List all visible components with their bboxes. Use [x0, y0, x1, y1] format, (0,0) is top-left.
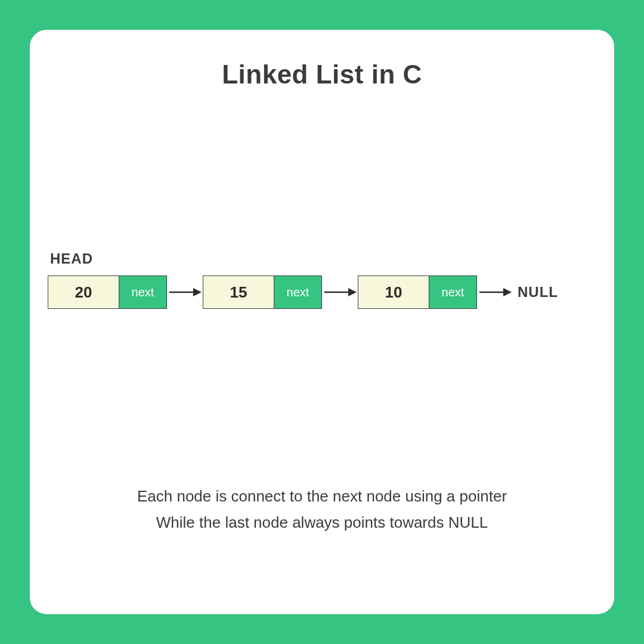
- node-2: 10 next: [358, 275, 477, 309]
- arrow-icon: [477, 275, 513, 309]
- node-0-value: 20: [48, 275, 119, 309]
- diagram-caption: Each node is connect to the next node us…: [30, 483, 614, 535]
- arrow-icon: [322, 275, 358, 309]
- null-label: NULL: [518, 284, 558, 301]
- caption-line-2: While the last node always points toward…: [54, 509, 590, 535]
- node-2-next-label: next: [429, 275, 477, 309]
- linked-list-diagram: HEAD 20 next 15 next: [48, 250, 596, 334]
- node-1: 15 next: [203, 275, 322, 309]
- list-row: 20 next 15 next 10 n: [48, 275, 596, 309]
- caption-line-1: Each node is connect to the next node us…: [54, 483, 590, 509]
- svg-marker-5: [503, 288, 512, 296]
- svg-marker-3: [348, 288, 357, 296]
- diagram-card: Linked List in C HEAD 20 next 15 next: [30, 30, 614, 614]
- diagram-title: Linked List in C: [48, 60, 596, 89]
- node-2-value: 10: [358, 275, 429, 309]
- arrow-icon: [167, 275, 203, 309]
- node-0: 20 next: [48, 275, 167, 309]
- node-0-next-label: next: [119, 275, 167, 309]
- svg-marker-1: [193, 288, 202, 296]
- node-1-next-label: next: [274, 275, 322, 309]
- node-1-value: 15: [203, 275, 274, 309]
- head-label: HEAD: [50, 250, 93, 267]
